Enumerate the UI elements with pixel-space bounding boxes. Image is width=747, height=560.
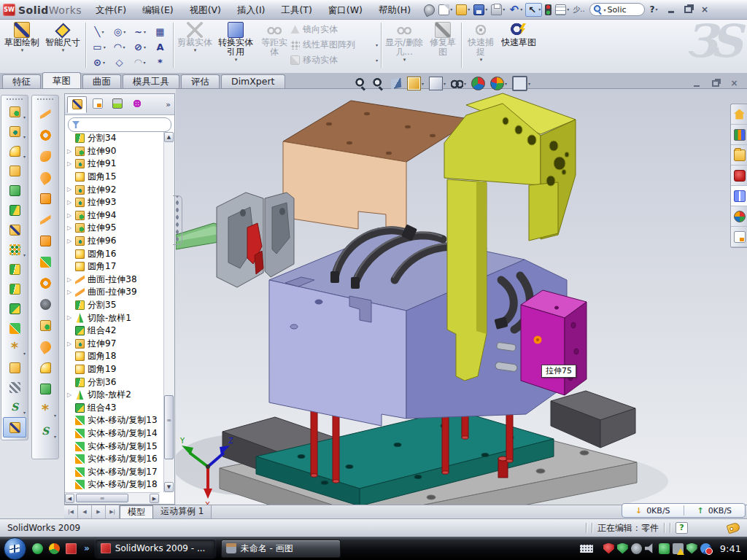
tree-item[interactable]: ▷ 拉伸90: [66, 145, 163, 158]
tree-item[interactable]: ▷ 实体-移动/复制16: [66, 453, 163, 466]
reference-plane-icon[interactable]: [4, 358, 26, 377]
boundary-surface-icon[interactable]: [34, 189, 56, 208]
media-player-icon[interactable]: [49, 543, 60, 554]
expander-icon[interactable]: ▷: [67, 341, 71, 347]
tree-vertical-scrollbar[interactable]: ▲ ▼: [163, 132, 174, 492]
tree-item[interactable]: ▷ 组合42: [66, 324, 163, 338]
tree-horizontal-scrollbar[interactable]: ◀ ≡ ▶: [65, 492, 160, 504]
taskbar-clock[interactable]: 9:41: [720, 543, 741, 554]
tag-icon[interactable]: [727, 522, 741, 534]
defender-icon[interactable]: [686, 543, 697, 554]
menu-item[interactable]: 编辑(E): [134, 1, 182, 19]
expander-icon[interactable]: ▷: [67, 212, 71, 219]
zoom-area-icon[interactable]: [372, 77, 384, 90]
spline-icon[interactable]: [4, 397, 26, 416]
open-file-icon[interactable]: [455, 4, 471, 16]
menu-item[interactable]: 帮助(H): [371, 1, 419, 19]
print-icon[interactable]: [490, 4, 506, 16]
draft-icon[interactable]: [4, 201, 26, 219]
reference-point-icon[interactable]: [4, 338, 26, 357]
tree-item[interactable]: ▷ 拉伸97: [66, 338, 163, 351]
centerline-icon[interactable]: [4, 378, 26, 397]
reference-geometry-icon[interactable]: [34, 400, 56, 419]
sketch-button[interactable]: 草图绘制: [3, 22, 41, 69]
security-center-icon[interactable]: [603, 543, 614, 554]
doc-close-button[interactable]: ×: [728, 78, 740, 88]
ribbon-tab[interactable]: 曲面: [82, 74, 121, 88]
convert-entities-button[interactable]: 转换实体引用: [215, 22, 256, 69]
document-tab[interactable]: 运动算例 1: [153, 505, 212, 518]
expander-icon[interactable]: ▷: [67, 160, 71, 167]
menu-item[interactable]: 插入(I): [229, 1, 273, 19]
scroll-down-button[interactable]: ▼: [164, 482, 174, 492]
search-input[interactable]: ▾ Solic: [589, 3, 645, 16]
untrim-surface-icon[interactable]: [34, 337, 56, 356]
design-library-tab-icon[interactable]: [731, 125, 747, 145]
sketch-ellipse-icon[interactable]: ⊘: [130, 39, 150, 55]
instant3d-icon[interactable]: [3, 417, 26, 438]
sketch-rectangle-icon[interactable]: ▭: [89, 39, 109, 55]
tree-item[interactable]: ▷ 拉伸96: [66, 235, 163, 248]
restore-button[interactable]: [681, 4, 695, 15]
dimxpertmanager-tab-icon[interactable]: [128, 96, 146, 112]
quick-snaps-button[interactable]: 快速捕捉: [464, 22, 498, 69]
move-entities[interactable]: 移动实体: [290, 53, 379, 67]
part-slider-block[interactable]: [521, 290, 587, 395]
volume-icon[interactable]: [645, 543, 656, 554]
filled-surface-icon[interactable]: [34, 210, 56, 229]
menu-item[interactable]: 文件(F): [88, 1, 134, 19]
trim-entities-button[interactable]: 剪裁实体: [176, 22, 214, 69]
ribbon-tab[interactable]: DimXpert: [221, 74, 285, 88]
scrollbar-thumb[interactable]: [164, 395, 174, 459]
toolbar-grip[interactable]: [7, 98, 23, 100]
help-button[interactable]: ?: [649, 4, 659, 15]
tree-item[interactable]: ▷ 分割36: [66, 376, 163, 389]
ruled-surface-icon[interactable]: [34, 273, 56, 292]
ribbon-tab[interactable]: 草图: [42, 72, 81, 88]
first-tab-button[interactable]: |◀: [64, 505, 78, 518]
solidworks-resources-tab-icon[interactable]: [731, 166, 747, 186]
section-view-icon[interactable]: [390, 77, 402, 90]
knit-surface-icon[interactable]: [34, 358, 56, 377]
new-file-icon[interactable]: [438, 4, 453, 16]
combine-icon[interactable]: [4, 299, 26, 318]
featuremanager-tab-icon[interactable]: [67, 96, 87, 113]
tree-item[interactable]: ▷ 曲面-拉伸39: [66, 286, 163, 299]
menu-item[interactable]: 窗口(W): [320, 1, 371, 19]
tree-item[interactable]: ▷ 圆角17: [66, 260, 163, 273]
phone-sync-icon[interactable]: [659, 543, 670, 554]
repair-sketch-button[interactable]: 修复草图: [426, 22, 460, 69]
taskbar-task-button[interactable]: 未命名 - 画图: [221, 540, 341, 558]
view-orientation-icon[interactable]: [407, 77, 424, 90]
tree-item[interactable]: ▷ 拉伸95: [66, 222, 163, 235]
swept-surface-icon[interactable]: [34, 147, 56, 166]
view-palette-tab-icon[interactable]: [731, 186, 747, 206]
sketch-pattern-icon[interactable]: ▦: [150, 24, 171, 39]
configurationmanager-tab-icon[interactable]: [108, 96, 126, 112]
sketch-spline-icon[interactable]: ~: [130, 24, 150, 39]
close-button[interactable]: ×: [698, 4, 712, 15]
fillet-icon[interactable]: [4, 141, 26, 160]
select-tool-icon[interactable]: [525, 3, 542, 17]
smart-dimension-button[interactable]: 智能尺寸: [44, 22, 82, 69]
tree-item[interactable]: ▷ 拉伸92: [66, 183, 163, 196]
expander-icon[interactable]: ▷: [67, 289, 71, 295]
custom-properties-tab-icon[interactable]: [731, 227, 747, 247]
tree-item[interactable]: ▷ 圆角15: [66, 171, 163, 184]
display-style-icon[interactable]: [429, 77, 446, 90]
split-icon[interactable]: [4, 260, 26, 279]
hide-show-items-icon[interactable]: [451, 77, 466, 90]
tree-item[interactable]: ▷ 实体-移动/复制18: [66, 478, 163, 491]
sketch-slot-icon[interactable]: ⊙: [89, 55, 109, 70]
model-canvas[interactable]: Y Z X: [176, 89, 747, 505]
wrap-icon[interactable]: [4, 220, 26, 239]
sketch-line-icon[interactable]: ╲: [89, 24, 109, 39]
scrollbar-thumb[interactable]: ≡: [76, 494, 128, 502]
scroll-up-button[interactable]: ▲: [164, 132, 174, 142]
keyboard-layout-icon[interactable]: [580, 545, 593, 553]
doc-restore-button[interactable]: [709, 78, 721, 88]
tree-item[interactable]: ▷ 拉伸94: [66, 209, 163, 222]
solidworks-launcher-icon[interactable]: [66, 543, 77, 554]
home-tab-icon[interactable]: [731, 104, 747, 125]
taskbar-task-button[interactable]: SolidWorks 2009 - ...: [96, 540, 215, 558]
